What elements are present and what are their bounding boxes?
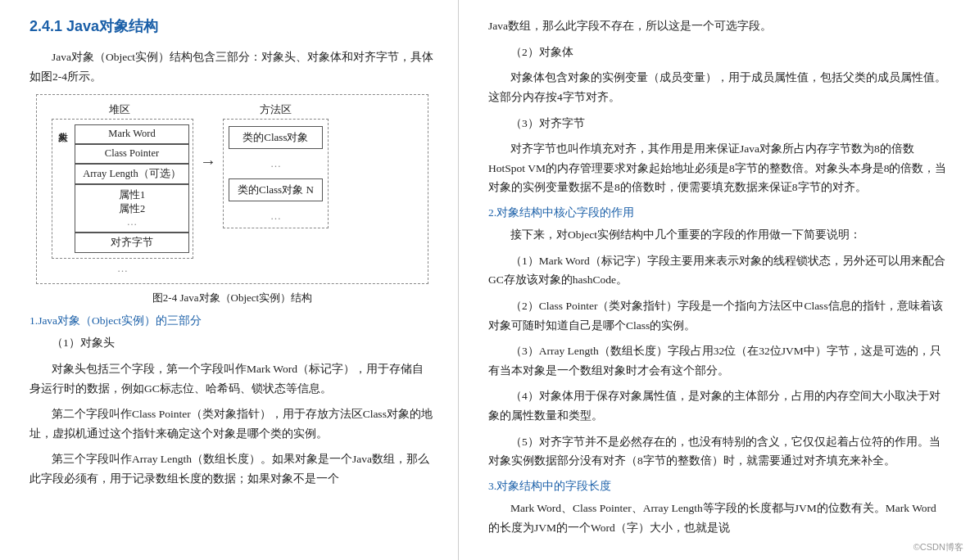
dots2-text: … [52,262,193,275]
section-title-text: 2.4.1 Java对象结构 [29,18,158,34]
arrow-icon: → [200,152,216,171]
method-label: 方法区 [223,103,329,117]
dots-right2: … [229,210,323,223]
heap-label: 堆区 [45,103,193,117]
continued-text: Java数组，那么此字段不存在，所以这是一个可选字段。 [488,16,947,36]
section-title: 2.4.1 Java对象结构 [29,16,435,36]
sub2-item4: （4）对象体用于保存对象属性值，是对象的主体部分，占用的内存空间大小取决于对象的… [488,386,947,425]
sub2-item1: （1）Mark Word（标记字）字段主要用来表示对象的线程锁状态，另外还可以用… [488,251,947,290]
sub2-title: 2.对象结构中核心字段的作用 [488,205,947,220]
right-box1: 类的Class对象 [229,126,323,149]
item1-body3: 第三个字段叫作Array Length（数组长度）。如果对象是一个Java数组，… [29,449,435,488]
item1-body2: 第二个字段叫作Class Pointer（类对象指针），用于存放方法区Class… [29,404,435,443]
item2-body: 对象体包含对象的实例变量（成员变量），用于成员属性值，包括父类的成员属性值。这部… [488,68,947,106]
dots1-text: … [79,216,185,228]
item3-body: 对齐字节也叫作填充对齐，其作用是用来保证Java对象所占内存字节数为8的倍数Ho… [488,139,947,197]
dots-right: … [229,157,323,170]
sub3-title: 3.对象结构中的字段长度 [488,479,947,494]
diagram-figure: 堆区 对象头 Mark Word Class Pointer Array Len… [29,94,435,305]
sub2-item2: （2）Class Pointer（类对象指针）字段是一个指向方法区中Class信… [488,296,947,335]
sub3-body: Mark Word、Class Pointer、Array Length等字段的… [488,499,947,537]
right-column: Java数组，那么此字段不存在，所以这是一个可选字段。 （2）对象体 对象体包含… [459,0,970,560]
para1: Java对象（Object实例）结构包含三部分：对象头、对象体和对齐字节，具体如… [29,47,435,86]
align-bytes-box: 对齐字节 [75,233,189,253]
class-pointer-box: Class Pointer [75,144,189,164]
arrow-area: → [200,103,216,171]
sub1-title: 1.Java对象（Object实例）的三部分 [29,314,435,328]
diagram-box: 堆区 对象头 Mark Word Class Pointer Array Len… [36,94,428,284]
array-length-box: Array Length（可选） [75,164,189,184]
watermark: ©CSDN博客 [913,541,963,553]
sub2-intro: 接下来，对Object实例结构中几个重要的字段的作用做一下简要说明： [488,225,947,245]
item1-body1: 对象头包括三个字段，第一个字段叫作Mark Word（标记字），用于存储自身运行… [29,359,435,398]
item3-head: （3）对齐字节 [488,114,947,133]
obj-head-label: 对象头 [56,124,70,174]
attr2-text: 属性2 [79,202,185,216]
sub2-item5: （5）对齐字节并不是必然存在的，也没有特别的含义，它仅仅起着占位符的作用。当对象… [488,432,947,471]
sub2-item3: （3）Array Length（数组长度）字段占用32位（在32位JVM中）字节… [488,341,947,380]
figure-caption: 图2-4 Java对象（Object实例）结构 [29,291,435,305]
right-box2: 类的Class对象 N [229,178,323,201]
attr1-text: 属性1 [79,188,185,202]
item2-head: （2）对象体 [488,43,947,62]
left-column: 2.4.1 Java对象结构 Java对象（Object实例）结构包含三部分：对… [0,0,459,560]
item1-head: （1）对象头 [29,333,435,353]
mark-word-box: Mark Word [75,124,189,144]
